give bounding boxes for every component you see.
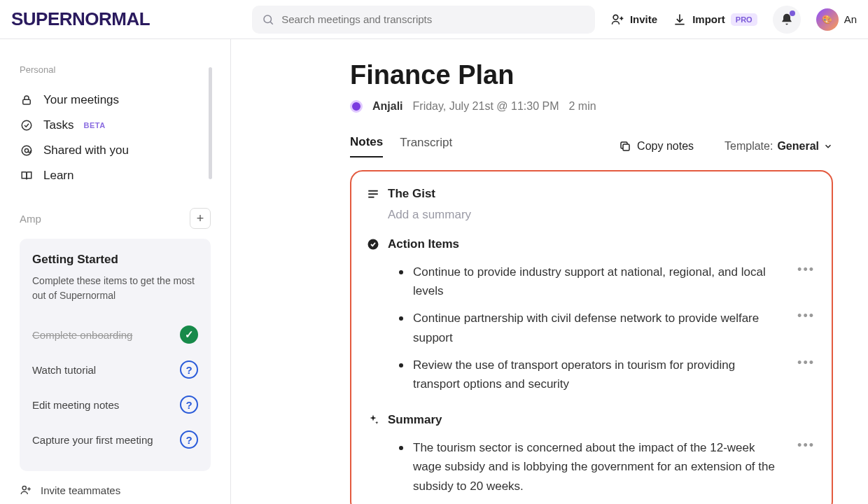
svg-point-6	[22, 120, 31, 130]
notification-dot	[790, 10, 795, 16]
invite-icon	[20, 484, 32, 496]
invite-button[interactable]: Invite	[610, 13, 657, 27]
svg-rect-16	[368, 193, 378, 195]
sidebar-item-shared[interactable]: Shared with you	[20, 138, 211, 163]
tabs-row: Notes Transcript Copy notes Template: Ge…	[350, 135, 833, 158]
author-avatar-icon	[350, 100, 363, 113]
bullet-icon	[399, 316, 403, 321]
gs-item-label: Edit meeting notes	[32, 399, 119, 411]
workspace-label: Amp	[20, 213, 41, 225]
page-title: Finance Plan	[350, 60, 833, 90]
gist-placeholder[interactable]: Add a summary	[367, 208, 815, 222]
sidebar-item-label: Shared with you	[43, 144, 129, 158]
sidebar-item-label: Learn	[43, 169, 74, 183]
bullet-icon	[399, 446, 403, 450]
bottom-link-label: Invite teammates	[41, 484, 120, 496]
template-dropdown[interactable]: Template: General	[724, 140, 833, 153]
check-icon: ✓	[180, 326, 198, 344]
pro-badge: PRO	[731, 13, 757, 26]
lock-icon	[20, 93, 34, 107]
action-item[interactable]: Continue partnership with civil defense …	[367, 304, 815, 351]
tab-transcript[interactable]: Transcript	[400, 136, 452, 157]
notes-highlight-box: The Gist Add a summary Action Items Cont…	[350, 170, 833, 504]
beta-badge: BETA	[83, 121, 105, 130]
bullet-icon	[399, 363, 403, 368]
copy-icon	[619, 140, 631, 153]
app-header: SUPERNORMAL Invite Import PRO	[0, 0, 868, 39]
svg-point-7	[22, 146, 31, 155]
copy-label: Copy notes	[637, 140, 694, 153]
gs-desc: Complete these items to get the most out…	[32, 274, 198, 303]
gs-title: Getting Started	[32, 253, 198, 267]
scrollbar[interactable]	[209, 67, 212, 179]
question-icon: ?	[180, 430, 198, 449]
import-button[interactable]: Import PRO	[673, 13, 757, 27]
action-item[interactable]: Continue to provide industry support at …	[367, 258, 815, 304]
copy-notes-button[interactable]: Copy notes	[619, 140, 694, 153]
svg-rect-15	[368, 190, 378, 192]
svg-point-8	[24, 148, 28, 152]
section-title: Summary	[388, 413, 442, 427]
section-title: Action Items	[388, 237, 459, 251]
gs-item-capture[interactable]: Capture your first meeting ?	[32, 422, 198, 457]
action-icon	[367, 238, 379, 251]
section-action-items: Action Items Continue to provide industr…	[367, 237, 815, 398]
at-icon	[20, 144, 34, 158]
search-input[interactable]	[281, 13, 585, 25]
item-text: Continue to provide industry support at …	[413, 262, 780, 300]
more-menu[interactable]: •••	[790, 438, 815, 453]
summary-item[interactable]: The tourism sector is concerned about th…	[367, 434, 815, 500]
sidebar-item-label: Your meetings	[43, 93, 119, 107]
sidebar-item-learn[interactable]: Learn	[20, 163, 211, 188]
svg-point-0	[264, 15, 272, 23]
template-label: Template:	[724, 140, 773, 153]
more-menu[interactable]: •••	[790, 356, 815, 370]
notifications-button[interactable]	[773, 6, 801, 34]
invite-icon	[610, 13, 624, 27]
section-gist: The Gist Add a summary	[367, 187, 815, 222]
item-text: Review the use of transport operators in…	[413, 356, 780, 393]
gs-item-label: Capture your first meeting	[32, 434, 153, 446]
tab-notes[interactable]: Notes	[350, 135, 383, 158]
add-workspace-button[interactable]: +	[190, 208, 211, 229]
sidebar: Personal Your meetings Tasks BETA Shared…	[0, 39, 231, 504]
search-box[interactable]	[252, 6, 595, 34]
svg-point-9	[22, 486, 26, 489]
question-icon: ?	[180, 396, 198, 414]
book-icon	[20, 169, 34, 183]
svg-rect-17	[368, 197, 374, 198]
meeting-date: Friday, July 21st @ 11:30 PM	[413, 100, 559, 113]
action-item[interactable]: Review the use of transport operators in…	[367, 351, 815, 398]
gs-item-edit[interactable]: Edit meeting notes ?	[32, 387, 198, 422]
avatar: 🎨	[816, 8, 839, 31]
gs-item-onboarding[interactable]: Complete onboarding ✓	[32, 317, 198, 352]
item-text: The tourism sector is concerned about th…	[413, 438, 780, 496]
gs-item-label: Complete onboarding	[32, 329, 132, 341]
question-icon: ?	[180, 360, 198, 379]
user-menu[interactable]: 🎨 An	[816, 8, 857, 31]
svg-rect-5	[23, 99, 31, 104]
bullet-icon	[399, 270, 403, 274]
sidebar-item-tasks[interactable]: Tasks BETA	[20, 113, 211, 138]
main-content: Finance Plan Anjali Friday, July 21st @ …	[231, 39, 868, 504]
invite-label: Invite	[630, 13, 657, 25]
sidebar-item-label: Tasks	[43, 118, 74, 132]
check-circle-icon	[20, 118, 34, 132]
template-value: General	[777, 140, 819, 153]
svg-rect-14	[623, 144, 629, 150]
sparkle-icon	[367, 414, 379, 426]
svg-point-2	[613, 15, 618, 20]
gs-item-tutorial[interactable]: Watch tutorial ?	[32, 352, 198, 387]
header-right: Invite Import PRO 🎨 An	[610, 6, 857, 34]
import-label: Import	[692, 13, 725, 25]
invite-teammates[interactable]: Invite teammates	[20, 478, 211, 502]
more-menu[interactable]: •••	[790, 309, 815, 323]
logo: SUPERNORMAL	[11, 8, 150, 30]
more-menu[interactable]: •••	[790, 262, 815, 277]
item-text: Continue partnership with civil defense …	[413, 309, 780, 346]
import-icon	[673, 13, 687, 27]
search-wrap	[252, 6, 595, 34]
getting-started-card: Getting Started Complete these items to …	[20, 239, 211, 471]
sidebar-item-meetings[interactable]: Your meetings	[20, 88, 211, 113]
author-name: Anjali	[372, 100, 403, 113]
